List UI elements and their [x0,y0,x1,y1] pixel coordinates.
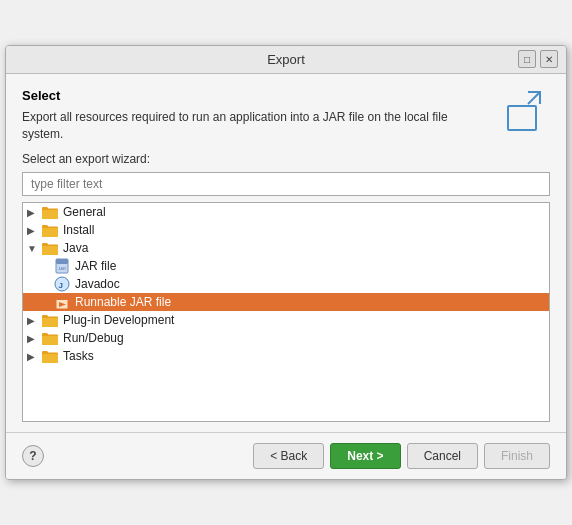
export-icon [502,88,550,136]
folder-icon [41,331,59,345]
svg-text:J: J [59,281,63,290]
back-button[interactable]: < Back [253,443,324,469]
folder-icon [41,313,59,327]
dialog-footer: ? < Back Next > Cancel Finish [6,432,566,479]
header-description: Export all resources required to run an … [22,109,462,143]
tree-item-label: General [63,205,106,219]
minimize-button[interactable]: □ [518,50,536,68]
svg-rect-0 [508,106,536,130]
tree-item-label: Run/Debug [63,331,124,345]
tree-item-label: Plug-in Development [63,313,174,327]
svg-text:JAR: JAR [58,266,66,271]
tree-item-install[interactable]: ▶ Install [23,221,549,239]
tree-item-run-debug[interactable]: ▶ Run/Debug [23,329,549,347]
folder-icon [41,223,59,237]
runnable-jar-icon [53,295,71,309]
jar-icon: JAR [53,259,71,273]
tree-item-java[interactable]: ▼ Java [23,239,549,257]
cancel-button[interactable]: Cancel [407,443,478,469]
chevron-icon: ▶ [27,315,41,326]
wizard-label: Select an export wizard: [22,152,550,166]
filter-input[interactable] [22,172,550,196]
dialog-body: Select Export all resources required to … [6,74,566,433]
tree-item-label: Javadoc [75,277,120,291]
tree-item-tasks[interactable]: ▶ Tasks [23,347,549,365]
javadoc-icon: J [53,277,71,291]
chevron-icon: ▶ [27,225,41,236]
tree-item-label: Tasks [63,349,94,363]
chevron-icon: ▶ [27,207,41,218]
tree-item-label: Install [63,223,94,237]
title-bar-buttons: □ ✕ [518,50,558,68]
export-dialog: Export □ ✕ Select Export all resources r… [5,45,567,481]
title-bar: Export □ ✕ [6,46,566,74]
next-button[interactable]: Next > [330,443,400,469]
close-button[interactable]: ✕ [540,50,558,68]
header-left: Select Export all resources required to … [22,88,462,143]
svg-line-1 [528,92,540,104]
svg-rect-8 [56,295,68,300]
tree-item-label: JAR file [75,259,116,273]
footer-buttons: < Back Next > Cancel Finish [253,443,550,469]
tree-item-runnable-jar[interactable]: Runnable JAR file [23,293,549,311]
tree-item-label: Runnable JAR file [75,295,171,309]
header-title: Select [22,88,462,103]
tree-item-javadoc[interactable]: J Javadoc [23,275,549,293]
folder-icon [41,349,59,363]
footer-left: ? [22,445,253,467]
tree-item-label: Java [63,241,88,255]
tree-container[interactable]: ▶ General ▶ Install ▼ Java [22,202,550,422]
finish-button[interactable]: Finish [484,443,550,469]
tree-item-jar-file[interactable]: JAR JAR file [23,257,549,275]
folder-icon [41,241,59,255]
tree-item-plugin-dev[interactable]: ▶ Plug-in Development [23,311,549,329]
folder-icon [41,205,59,219]
chevron-icon: ▶ [27,333,41,344]
header-section: Select Export all resources required to … [22,88,550,143]
help-button[interactable]: ? [22,445,44,467]
svg-rect-3 [56,259,68,264]
dialog-title: Export [54,52,518,67]
chevron-icon: ▶ [27,351,41,362]
chevron-icon: ▼ [27,243,41,254]
tree-item-general[interactable]: ▶ General [23,203,549,221]
